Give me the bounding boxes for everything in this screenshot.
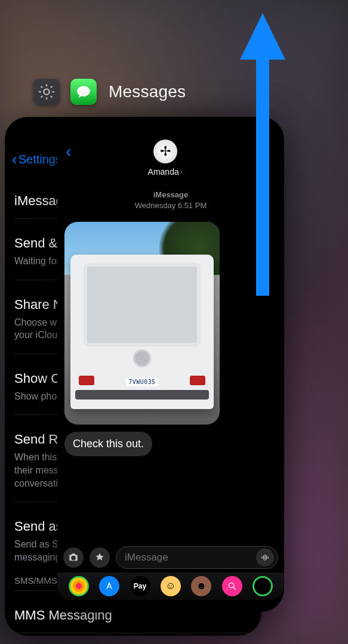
frontmost-app-title: Messages <box>109 82 186 101</box>
service-label: iMessage <box>57 190 284 200</box>
memoji-icon[interactable]: ☺ <box>161 576 181 596</box>
taillight-icon <box>79 376 94 385</box>
message-input[interactable]: iMessage <box>116 546 278 569</box>
camera-button[interactable] <box>63 547 84 568</box>
animoji-icon[interactable]: ☻ <box>191 576 211 596</box>
appstore-icon <box>94 552 105 563</box>
face-icon: ☻ <box>196 580 207 592</box>
photo-ground: 7VWU035 <box>64 275 220 425</box>
dragonfly-icon: ✢ <box>160 144 171 159</box>
camera-icon <box>68 552 79 563</box>
message-input-bar: iMessage <box>57 546 284 569</box>
chevron-left-icon: ‹ <box>12 151 17 167</box>
svg-line-15 <box>233 587 236 590</box>
messages-app-icon[interactable] <box>70 79 97 105</box>
bumper <box>75 390 209 400</box>
contact-button[interactable]: ✢ Amanda › <box>148 140 183 177</box>
svg-line-6 <box>51 96 52 97</box>
gear-icon <box>38 83 55 100</box>
apple-pay-icon[interactable]: Pay <box>130 576 150 596</box>
arrow-head-icon <box>240 13 285 60</box>
photo-message[interactable]: 7VWU035 <box>64 222 220 425</box>
timestamp-text: Wednesday 6:51 PM <box>135 201 207 210</box>
search-icon <box>227 581 237 591</box>
taillight-icon <box>190 376 205 385</box>
conversation-header: ‹ ✢ Amanda › <box>57 117 284 177</box>
svg-point-0 <box>44 89 49 94</box>
face-icon: ☺ <box>165 580 175 592</box>
svg-point-14 <box>229 583 233 588</box>
settings-app-icon[interactable] <box>33 79 60 105</box>
photos-app-icon[interactable] <box>69 576 89 596</box>
messages-app-card[interactable]: ‹ ✢ Amanda › iMessage Wednesday 6:51 PM … <box>57 117 284 612</box>
photo-van: 7VWU035 <box>70 255 214 410</box>
apple-pay-label: Pay <box>134 582 146 590</box>
message-placeholder: iMessage <box>125 552 168 564</box>
arrow-shaft <box>256 54 269 296</box>
appstore-a-icon <box>104 581 114 591</box>
settings-row[interactable]: Group Messaging <box>14 633 261 636</box>
appstore-app-icon[interactable] <box>99 576 119 596</box>
chevron-right-icon: › <box>180 168 183 176</box>
svg-line-8 <box>51 86 52 88</box>
contact-name: Amanda <box>148 167 179 177</box>
fitness-icon[interactable] <box>252 576 273 596</box>
svg-line-5 <box>41 86 42 88</box>
incoming-message-bubble[interactable]: Check this out. <box>64 432 152 456</box>
svg-line-7 <box>41 96 42 97</box>
music-icon[interactable] <box>222 576 242 596</box>
back-button[interactable]: ‹ <box>66 142 71 161</box>
conversation-body[interactable]: 7VWU035 Check this out. <box>57 211 284 456</box>
swipe-up-hint-arrow <box>251 13 275 296</box>
waveform-icon <box>260 553 270 562</box>
app-switcher-header: Messages <box>33 79 186 105</box>
app-drawer-button[interactable] <box>90 547 110 568</box>
avatar: ✢ <box>153 140 177 163</box>
timestamp: iMessage Wednesday 6:51 PM <box>57 190 284 211</box>
chevron-left-icon: ‹ <box>66 142 71 160</box>
speech-bubble-icon <box>76 84 91 100</box>
settings-back-label: Settings <box>19 153 61 166</box>
imessage-app-drawer[interactable]: Pay ☺ ☻ <box>57 572 284 600</box>
license-plate: 7VWU035 <box>126 378 158 386</box>
audio-message-button[interactable] <box>256 549 274 566</box>
